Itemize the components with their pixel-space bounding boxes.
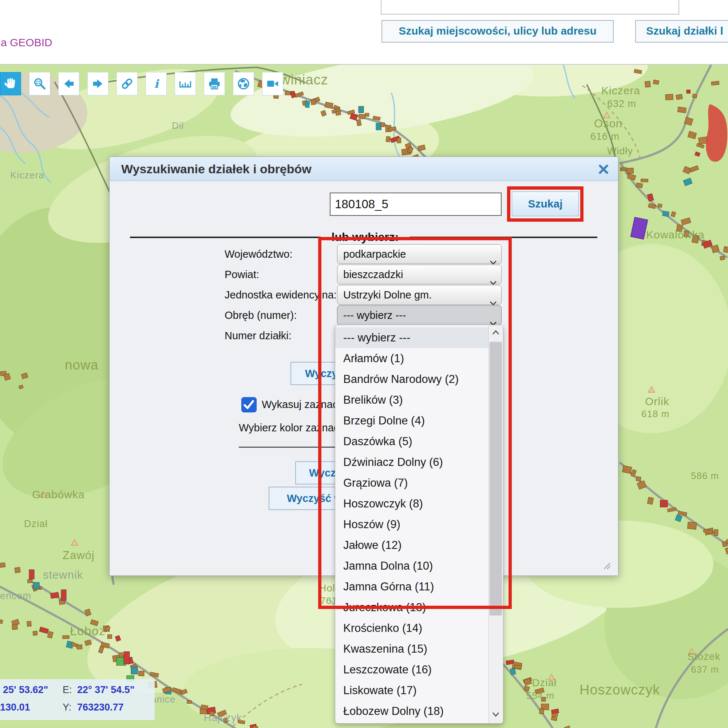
dropdown-item[interactable]: Liskowate (17) [335, 680, 488, 701]
dialog-titlebar[interactable]: Wyszukiwanie działek i obrębów [110, 157, 618, 181]
obreb-dropdown-items: --- wybierz ---Arłamów (1)Bandrów Narodo… [335, 327, 488, 722]
identifier-input[interactable]: 180108_5 [330, 193, 502, 216]
divider-line-left [130, 237, 321, 238]
voivodeship-label: Województwo: [225, 244, 292, 264]
dialog-title: Wyszukiwanie działek i obrębów [121, 157, 312, 181]
obreb-label: Obręb (numer): [225, 305, 297, 325]
delete-selection-checkbox[interactable] [241, 397, 257, 412]
county-label: Powiat: [225, 265, 259, 284]
dialog-resize-handle[interactable] [603, 562, 611, 570]
divider-line-right [410, 237, 597, 238]
next-view-icon[interactable] [87, 72, 109, 95]
zoom-box-icon[interactable] [29, 72, 50, 95]
truncated-top-panel [381, 0, 679, 15]
video-icon[interactable] [262, 72, 283, 95]
search-address-button[interactable]: Szukaj miejscowości, ulicy lub adresu [381, 20, 614, 43]
previous-view-icon[interactable] [58, 72, 80, 95]
x-coordinate-value: 130.01 [0, 702, 30, 713]
dropdown-item[interactable]: Hoszów (9) [335, 514, 488, 535]
link-icon[interactable] [116, 72, 138, 95]
pick-color-label: Wybierz kolor zaznac [239, 422, 339, 434]
dropdown-item[interactable]: Brelików (3) [335, 390, 488, 410]
dropdown-item[interactable]: Jureczkowa (13) [335, 597, 488, 618]
delete-selection-label: Wykasuj zaznacz [262, 397, 343, 412]
county-select[interactable]: bieszczadzki [337, 265, 502, 284]
dropdown-item[interactable]: Arłamów (1) [335, 348, 488, 369]
dropdown-item[interactable]: Jamna Dolna (10) [335, 555, 488, 576]
dropdown-item[interactable]: Kwaszenina (15) [335, 638, 488, 659]
voivodeship-value: podkarpackie [343, 248, 406, 260]
dropdown-item[interactable]: --- wybierz --- [335, 327, 488, 348]
dropdown-item[interactable]: Grąziowa (7) [335, 473, 488, 493]
y-coordinate-value: 763230.77 [77, 702, 124, 713]
scroll-down-icon[interactable] [492, 712, 500, 719]
voivodeship-select[interactable]: podkarpackie [337, 244, 502, 264]
obreb-select[interactable]: --- wybierz --- [337, 305, 502, 325]
longitude-label: E: [63, 684, 72, 696]
dropdown-item[interactable]: Łobozew Dolny (18) [335, 701, 488, 722]
world-icon[interactable] [233, 72, 254, 95]
search-parcel-button[interactable]: Szukaj działki l [635, 20, 728, 43]
top-header: a GEOBID Szukaj miejscowości, ulicy lub … [0, 0, 728, 65]
print-icon[interactable] [204, 72, 225, 95]
registration-unit-label: Jednostka ewidencyjna: [225, 285, 337, 305]
obreb-value: --- wybierz --- [343, 309, 406, 321]
or-choose-label: lub wybierz: [321, 228, 410, 246]
parcel-number-label: Numer działki: [225, 326, 292, 346]
coordinate-readout-panel: 25' 53.62" E: 22° 37' 54.5" 130.01 Y: 76… [0, 679, 155, 720]
svg-text:i: i [154, 77, 159, 90]
y-coordinate-label: Y: [63, 702, 71, 713]
measure-icon[interactable] [175, 72, 196, 95]
dropdown-item[interactable]: Jamna Górna (11) [335, 576, 488, 597]
scroll-up-icon[interactable] [492, 329, 500, 337]
dropdown-item[interactable]: Krościenko (14) [335, 618, 488, 638]
obreb-dropdown-list: --- wybierz ---Arłamów (1)Bandrów Narodo… [335, 325, 503, 723]
dropdown-item[interactable]: Bandrów Narodowy (2) [335, 369, 488, 390]
registration-unit-value: Ustrzyki Dolne gm. [343, 289, 432, 301]
pan-hand-icon[interactable] [0, 72, 21, 95]
latitude-value: 25' 53.62" [3, 684, 48, 696]
dropdown-item[interactable]: Brzegi Dolne (4) [335, 410, 488, 431]
geobid-brand-link[interactable]: a GEOBID [1, 37, 52, 49]
dropdown-item[interactable]: Dźwiniacz Dolny (6) [335, 452, 488, 473]
geoportal-app: winiaczKiczera632 mOson616 mWidłyDilKicz… [0, 0, 728, 728]
szukaj-button[interactable]: Szukaj [512, 191, 579, 216]
dropdown-item[interactable]: Leszczowate (16) [335, 659, 488, 680]
close-icon[interactable] [598, 164, 609, 174]
dropdown-item[interactable]: Hoszowczyk (8) [335, 493, 488, 514]
registration-unit-select[interactable]: Ustrzyki Dolne gm. [337, 285, 502, 305]
dropdown-scrollbar[interactable] [488, 325, 503, 723]
info-icon[interactable]: i [145, 72, 167, 95]
scrollbar-thumb[interactable] [489, 342, 502, 616]
dropdown-item[interactable]: Jałowe (12) [335, 535, 488, 555]
longitude-value: 22° 37' 54.5" [77, 684, 135, 696]
county-value: bieszczadzki [343, 269, 403, 280]
dropdown-item[interactable]: Daszówka (5) [335, 431, 488, 452]
